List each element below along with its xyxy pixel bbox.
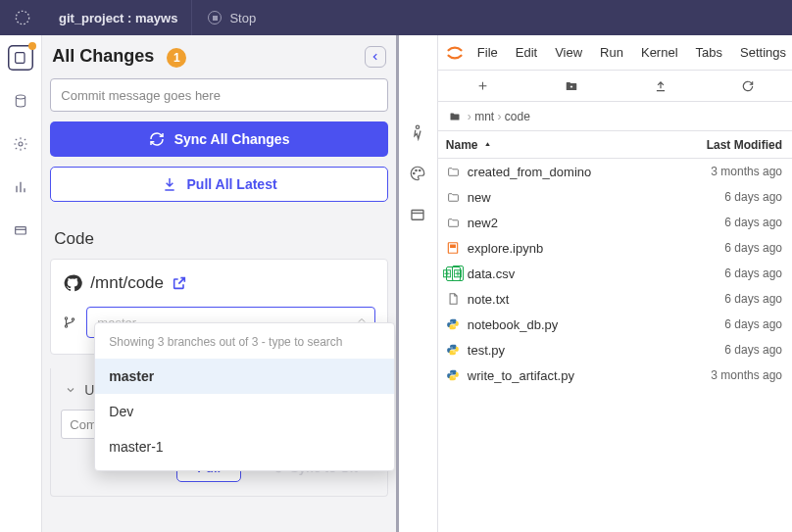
- pull-all-button[interactable]: Pull All Latest: [50, 167, 387, 202]
- jupyter-activity-bar: [399, 35, 438, 532]
- folder-icon: [446, 216, 461, 230]
- folder-tab-icon[interactable]: [409, 206, 426, 223]
- py-icon: [446, 343, 461, 358]
- left-icon-bar: [0, 35, 42, 532]
- sidebar-git-icon[interactable]: [8, 45, 33, 71]
- branch-icon: [63, 315, 76, 329]
- py-icon: [446, 317, 461, 332]
- changes-panel: All Changes 1 Sync All Changes Pull All …: [42, 35, 398, 532]
- file-modified: 3 months ago: [674, 165, 792, 178]
- svg-point-7: [73, 318, 74, 320]
- branch-dropdown: Showing 3 branches out of 3 - type to se…: [94, 322, 394, 471]
- svg-point-0: [16, 11, 28, 24]
- file-row[interactable]: data.csv6 days ago: [438, 261, 792, 286]
- new-folder-button[interactable]: [564, 79, 579, 93]
- folder-icon: [446, 190, 461, 205]
- svg-rect-14: [451, 245, 456, 247]
- sidebar-stats-icon[interactable]: [8, 174, 33, 200]
- breadcrumb-mnt[interactable]: mnt: [471, 110, 498, 123]
- menu-run[interactable]: Run: [600, 45, 623, 60]
- sidebar-data-icon[interactable]: [8, 88, 33, 114]
- file-modified: 6 days ago: [674, 216, 792, 229]
- menu-settings[interactable]: Settings: [740, 45, 786, 60]
- changes-badge-dot: [28, 42, 36, 50]
- project-name[interactable]: git_project : mayws: [45, 0, 191, 35]
- breadcrumb-code[interactable]: code: [501, 110, 529, 123]
- txt-icon: [446, 292, 461, 307]
- file-table-header[interactable]: Name Last Modified: [438, 131, 792, 159]
- file-modified: 6 days ago: [674, 241, 792, 255]
- file-row[interactable]: write_to_artifact.py3 months ago: [438, 363, 792, 388]
- menu-kernel[interactable]: Kernel: [641, 45, 678, 60]
- sort-asc-icon: [483, 140, 492, 149]
- code-section-label: Code: [42, 212, 395, 259]
- svg-point-11: [420, 169, 421, 171]
- file-name: notebook_db.py: [468, 317, 559, 332]
- palette-icon[interactable]: [409, 165, 426, 182]
- sync-all-button[interactable]: Sync All Changes: [50, 121, 387, 157]
- menu-view[interactable]: View: [555, 45, 582, 60]
- code-path-text: /mnt/code: [90, 273, 164, 293]
- csv-icon: [446, 266, 461, 281]
- branch-dropdown-hint: Showing 3 branches out of 3 - type to se…: [95, 329, 393, 359]
- top-bar: git_project : mayws Stop: [0, 0, 792, 35]
- folder-root-icon[interactable]: [448, 111, 462, 122]
- sidebar-card-icon[interactable]: [8, 218, 33, 243]
- branch-option-dev[interactable]: Dev: [95, 394, 393, 429]
- changes-count-badge: 1: [167, 48, 186, 68]
- file-modified: 6 days ago: [674, 292, 792, 306]
- running-icon[interactable]: [409, 123, 426, 141]
- menu-row: FileEditViewRunKernelTabsSettings: [470, 45, 786, 60]
- jupyter-panel: FileEditViewRunKernelTabsSettings ＋ › mn: [399, 35, 792, 532]
- file-row[interactable]: explore.ipynb6 days ago: [438, 235, 792, 261]
- branch-option-master-1[interactable]: master-1: [95, 429, 393, 464]
- file-row[interactable]: new6 days ago: [438, 184, 792, 210]
- breadcrumb[interactable]: › mnt › code: [438, 102, 792, 131]
- file-name: new2: [468, 216, 498, 230]
- file-name: note.txt: [468, 292, 510, 307]
- stop-button[interactable]: Stop: [191, 0, 272, 35]
- ipynb-icon: [446, 241, 461, 256]
- py-icon: [446, 368, 461, 383]
- code-card: /mnt/code Showing 3 branches out o: [50, 259, 387, 355]
- refresh-button[interactable]: [741, 79, 755, 93]
- col-modified-label: Last Modified: [674, 138, 792, 152]
- open-external-icon[interactable]: [172, 275, 187, 291]
- file-toolbar: ＋: [438, 71, 792, 102]
- file-modified: 6 days ago: [674, 317, 792, 331]
- svg-point-2: [17, 95, 25, 99]
- sidebar-settings-icon[interactable]: [8, 131, 33, 157]
- branch-option-master[interactable]: master: [95, 359, 393, 394]
- file-name: created_from_domino: [468, 165, 591, 179]
- file-row[interactable]: test.py6 days ago: [438, 337, 792, 363]
- menu-tabs[interactable]: Tabs: [696, 45, 722, 60]
- col-name-label: Name: [446, 138, 478, 152]
- file-row[interactable]: created_from_domino3 months ago: [438, 159, 792, 184]
- app-logo-icon: [0, 0, 45, 35]
- svg-point-8: [417, 125, 420, 128]
- svg-point-6: [66, 325, 68, 327]
- pull-all-label: Pull All Latest: [187, 176, 277, 192]
- file-modified: 6 days ago: [674, 343, 792, 357]
- file-name: test.py: [468, 343, 505, 358]
- stop-label: Stop: [229, 11, 256, 25]
- menu-edit[interactable]: Edit: [516, 45, 537, 60]
- file-modified: 6 days ago: [674, 190, 792, 204]
- jupyter-menubar: FileEditViewRunKernelTabsSettings: [438, 35, 792, 71]
- svg-rect-12: [412, 211, 423, 220]
- file-modified: 3 months ago: [674, 368, 792, 382]
- commit-message-input[interactable]: [50, 78, 387, 112]
- collapse-panel-button[interactable]: [365, 46, 386, 68]
- svg-point-10: [416, 169, 418, 171]
- file-row[interactable]: new26 days ago: [438, 210, 792, 235]
- upload-button[interactable]: [654, 79, 668, 93]
- new-item-button[interactable]: ＋: [475, 76, 490, 95]
- file-modified: 6 days ago: [674, 266, 792, 280]
- github-icon: [63, 273, 82, 293]
- file-row[interactable]: notebook_db.py6 days ago: [438, 312, 792, 337]
- changes-title: All Changes 1: [52, 46, 186, 68]
- menu-file[interactable]: File: [477, 45, 498, 60]
- stop-icon: [208, 11, 222, 24]
- file-row[interactable]: note.txt6 days ago: [438, 286, 792, 312]
- file-name: explore.ipynb: [468, 241, 543, 256]
